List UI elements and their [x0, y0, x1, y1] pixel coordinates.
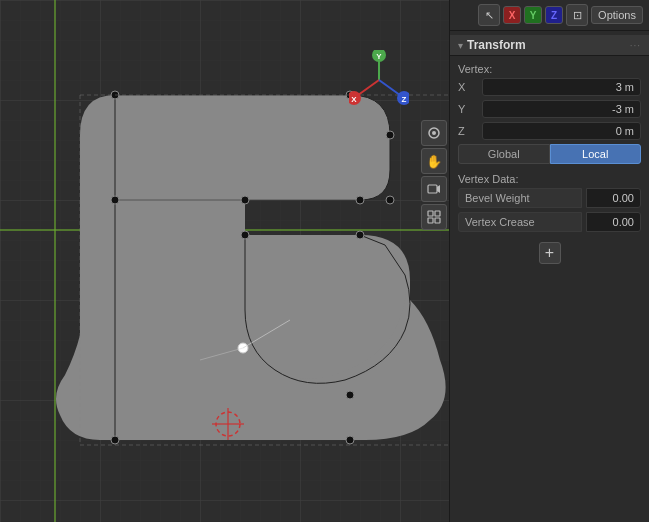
render-icon[interactable]: [421, 204, 447, 230]
z-field[interactable]: 0 m: [482, 122, 641, 140]
vertex-x-row: X 3 m: [450, 76, 649, 98]
local-btn[interactable]: Local: [550, 144, 642, 164]
svg-point-37: [432, 131, 436, 135]
vertex-z-row: Z 0 m: [450, 120, 649, 142]
transform-collapse-icon: ▾: [458, 40, 463, 51]
svg-rect-38: [428, 185, 437, 193]
svg-text:X: X: [351, 95, 357, 104]
axis-y-btn[interactable]: Y: [524, 6, 542, 24]
bevel-weight-row: Bevel Weight 0.00: [450, 186, 649, 210]
y-field[interactable]: -3 m: [482, 100, 641, 118]
properties-panel: ↖ X Y Z ⊡ Options ▾ Transform ··· Vertex…: [449, 0, 649, 522]
z-label: Z: [458, 125, 478, 137]
axis-z-btn[interactable]: Z: [545, 6, 563, 24]
camera-view-icon[interactable]: [421, 176, 447, 202]
svg-point-16: [111, 436, 119, 444]
x-label: X: [458, 81, 478, 93]
vertex-data-label: Vertex Data:: [450, 170, 649, 186]
transform-section-dots: ···: [630, 40, 641, 51]
svg-point-10: [386, 196, 394, 204]
svg-rect-41: [435, 211, 440, 216]
grab-tool-icon[interactable]: [421, 120, 447, 146]
mesh-shape: [56, 91, 449, 445]
svg-point-17: [346, 436, 354, 444]
pan-tool-icon[interactable]: ✋: [421, 148, 447, 174]
rotation-gizmo[interactable]: Y X Z: [349, 50, 409, 110]
vertex-group-label: Vertex:: [450, 60, 649, 76]
space-toggle-row: Global Local: [450, 142, 649, 166]
svg-point-12: [241, 196, 249, 204]
transform-section-header[interactable]: ▾ Transform ···: [450, 35, 649, 56]
svg-point-11: [356, 196, 364, 204]
transform-section-body: Vertex: X 3 m Y -3 m Z 0 m Global Local: [450, 56, 649, 276]
lock-btn[interactable]: ⊡: [566, 4, 588, 26]
panel-topbar: ↖ X Y Z ⊡ Options: [450, 0, 649, 31]
add-property-btn[interactable]: +: [539, 242, 561, 264]
axis-x-btn[interactable]: X: [503, 6, 521, 24]
svg-point-9: [386, 131, 394, 139]
svg-text:Y: Y: [376, 52, 382, 61]
svg-point-14: [241, 231, 249, 239]
transform-section: ▾ Transform ··· Vertex: X 3 m Y -3 m Z 0…: [450, 31, 649, 280]
cursor-mode-btn[interactable]: ↖: [478, 4, 500, 26]
svg-rect-43: [435, 218, 440, 223]
bevel-weight-value[interactable]: 0.00: [586, 188, 641, 208]
transform-section-title: Transform: [467, 38, 526, 52]
global-btn[interactable]: Global: [458, 144, 550, 164]
options-btn[interactable]: Options: [591, 6, 643, 24]
vertex-y-row: Y -3 m: [450, 98, 649, 120]
vertex-crease-label: Vertex Crease: [458, 212, 582, 232]
svg-rect-40: [428, 211, 433, 216]
vertex-crease-row: Vertex Crease 0.00: [450, 210, 649, 234]
svg-rect-42: [428, 218, 433, 223]
viewport[interactable]: Y X Z ✋: [0, 0, 449, 522]
svg-point-15: [356, 231, 364, 239]
svg-point-18: [346, 391, 354, 399]
bevel-weight-label: Bevel Weight: [458, 188, 582, 208]
y-label: Y: [458, 103, 478, 115]
vertex-crease-value[interactable]: 0.00: [586, 212, 641, 232]
x-field[interactable]: 3 m: [482, 78, 641, 96]
svg-text:Z: Z: [402, 95, 407, 104]
svg-point-13: [111, 196, 119, 204]
viewport-sidebar-icons: ✋: [421, 120, 447, 230]
